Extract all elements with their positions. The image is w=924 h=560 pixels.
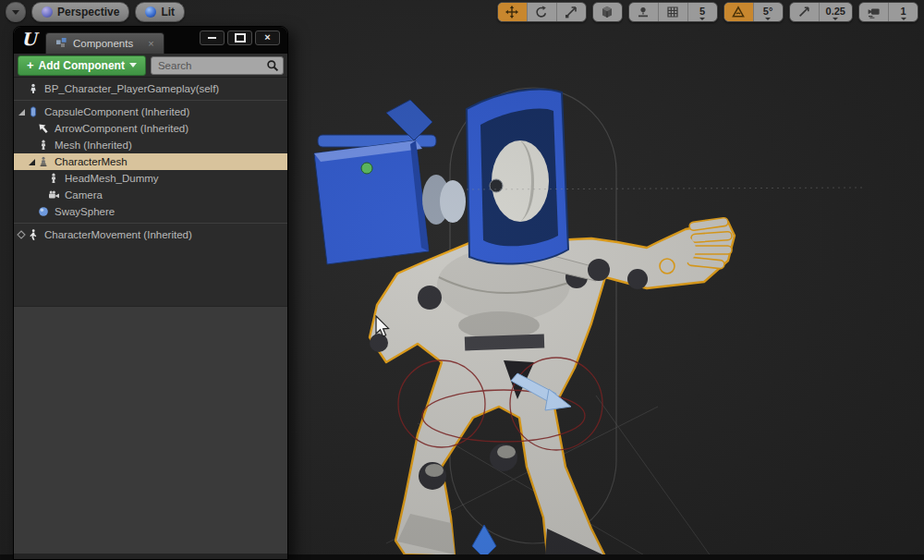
- toolbar-group: 0.25: [789, 2, 853, 22]
- viewport-options-button[interactable]: [6, 2, 26, 22]
- character-movement-icon: [27, 229, 40, 240]
- chevron-down-icon: [699, 18, 705, 20]
- maximize-icon: [235, 33, 246, 43]
- tree-row-arrowcomponent-inherited[interactable]: ArrowComponent (Inherited): [14, 120, 287, 137]
- window-controls: ×: [200, 30, 280, 45]
- grid-snap-value-button[interactable]: 5: [687, 3, 717, 21]
- panel-bottom-edge: [14, 554, 287, 559]
- move-tool-icon: [505, 6, 518, 18]
- add-component-button[interactable]: + Add Component: [18, 55, 146, 76]
- components-titlebar[interactable]: U Components × ×: [14, 27, 287, 54]
- surface-snap-button[interactable]: [629, 3, 658, 21]
- minimize-icon: [208, 37, 216, 39]
- camera-icon: [47, 189, 60, 201]
- capsule-icon: [27, 106, 40, 117]
- tree-row-label: CapsuleComponent (Inherited): [44, 106, 189, 117]
- sphere-icon: [37, 206, 50, 217]
- tree-divider: [14, 223, 287, 224]
- tree-row-charactermesh[interactable]: CharacterMesh: [14, 153, 287, 170]
- rotation-snap-toggle[interactable]: [724, 3, 753, 21]
- chevron-down-icon: [901, 18, 906, 20]
- add-component-label: Add Component: [39, 59, 125, 72]
- rotate-tool-icon: [535, 6, 548, 18]
- rotation-snap-value-button[interactable]: 5°: [753, 3, 783, 21]
- funnel-center-dot: [490, 179, 503, 192]
- maximize-button[interactable]: [227, 30, 252, 45]
- rotate-tool-button[interactable]: [527, 3, 556, 21]
- skeletal-mesh-icon: [47, 173, 60, 184]
- camera-speed-value-button-text: 1: [897, 6, 908, 17]
- tree-row-label: ArrowComponent (Inherited): [55, 123, 188, 134]
- tree-row-swaysphere[interactable]: SwaySphere: [14, 203, 287, 220]
- expander-arrow-icon[interactable]: [16, 109, 27, 116]
- tree-row-mesh-inherited[interactable]: Mesh (Inherited): [14, 137, 287, 153]
- scale-snap-value-button[interactable]: 0.25: [819, 3, 852, 21]
- viewport-toolbar-left: Perspective Lit: [6, 2, 185, 22]
- waist-band: [465, 335, 544, 351]
- tree-row-capsulecomponent-inherited[interactable]: CapsuleComponent (Inherited): [14, 103, 287, 120]
- chevron-down-icon: [765, 18, 771, 20]
- lit-sphere-icon: [145, 6, 156, 18]
- toolbar-group: 1: [858, 2, 918, 22]
- grid-snap-icon: [666, 6, 679, 18]
- scale-snap-value-button-text: 0.25: [823, 6, 848, 17]
- rotation-snap-value-button-text: 5°: [760, 6, 776, 17]
- camera-speed-icon: [867, 6, 881, 18]
- viewport-orb-icon: [42, 6, 53, 18]
- tree-row-label: CharacterMovement (Inherited): [44, 229, 192, 240]
- components-toolbar: + Add Component: [14, 54, 287, 78]
- grid-snap-value-button-text: 5: [697, 6, 708, 17]
- far-elbow-joint: [627, 269, 648, 289]
- toolbar-group: [592, 2, 623, 22]
- camera-speed-value-button[interactable]: 1: [888, 3, 918, 21]
- tree-row-label: BP_Character_PlayerGameplay(self): [44, 83, 219, 94]
- coordinate-system-button[interactable]: [593, 3, 622, 21]
- arrow-icon: [37, 123, 50, 134]
- chevron-down-icon: [129, 63, 137, 67]
- tree-row-headmesh-dummy[interactable]: HeadMesh_Dummy: [14, 170, 287, 187]
- chevron-down-icon: [12, 10, 19, 15]
- scale-snap-icon: [797, 6, 810, 18]
- tree-row-label: Mesh (Inherited): [55, 140, 132, 151]
- tree-row-label: Camera: [65, 189, 103, 201]
- blueprint-actor-icon: [27, 83, 40, 94]
- components-panel: U Components × × + Add Component: [13, 26, 288, 560]
- tab-components[interactable]: Components ×: [45, 32, 164, 54]
- surface-snap-icon: [637, 6, 650, 18]
- minimize-button[interactable]: [200, 30, 225, 45]
- left-elbow-joint: [370, 334, 388, 352]
- toolbar-group: 5°: [723, 2, 784, 22]
- tree-divider: [14, 100, 287, 101]
- static-mesh-icon: [37, 156, 50, 167]
- tree-row-label: CharacterMesh: [55, 156, 128, 167]
- scale-snap-toggle[interactable]: [790, 3, 819, 21]
- lens-ring-2: [440, 180, 466, 223]
- lit-button[interactable]: Lit: [135, 2, 185, 22]
- tree-row-charactermovement-inherited[interactable]: CharacterMovement (Inherited): [14, 226, 287, 243]
- move-tool-button[interactable]: [498, 3, 527, 21]
- panel-empty-area: [14, 306, 287, 554]
- tree-row-camera[interactable]: Camera: [14, 187, 287, 203]
- plus-icon: +: [27, 58, 34, 72]
- right-knee-cap: [497, 445, 516, 458]
- unreal-logo: U: [21, 29, 37, 49]
- grid-snap-toggle[interactable]: [658, 3, 687, 21]
- tree-row-label: HeadMesh_Dummy: [65, 173, 159, 184]
- coordinate-cube-icon: [601, 6, 614, 18]
- tree-row-bp-character-playergameplay-self[interactable]: BP_Character_PlayerGameplay(self): [14, 80, 287, 97]
- tab-close-icon[interactable]: ×: [148, 38, 153, 49]
- perspective-label: Perspective: [57, 6, 119, 18]
- diamond-icon: [16, 230, 27, 239]
- rotation-snap-icon: [732, 6, 745, 18]
- expander-arrow-icon[interactable]: [26, 159, 37, 165]
- perspective-button[interactable]: Perspective: [31, 2, 129, 22]
- camera-lens-led: [361, 163, 372, 174]
- scale-tool-button[interactable]: [556, 3, 586, 21]
- left-knee-cap: [425, 464, 444, 477]
- search-input[interactable]: [151, 56, 284, 75]
- close-button[interactable]: ×: [255, 30, 280, 45]
- lit-label: Lit: [161, 6, 175, 18]
- toolbar-group: [497, 2, 587, 22]
- close-icon: ×: [264, 32, 270, 43]
- camera-speed-button[interactable]: [859, 3, 888, 21]
